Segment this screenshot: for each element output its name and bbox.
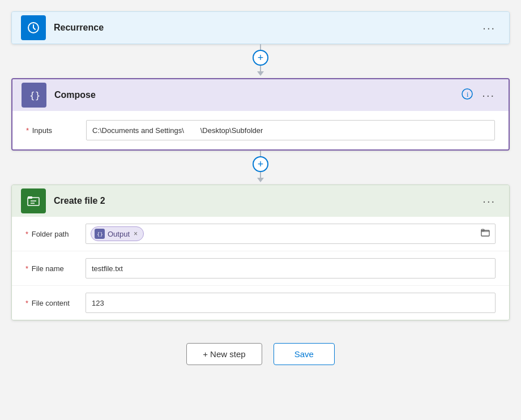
recurrence-icon-box xyxy=(21,15,46,40)
connector-line-1b xyxy=(260,66,261,71)
createfile-icon xyxy=(26,194,41,208)
connector-line-2b xyxy=(260,172,261,178)
folder-path-row: * Folder path {} Output × xyxy=(12,217,509,251)
svg-rect-4 xyxy=(28,198,39,205)
inputs-field-row: * Inputs xyxy=(26,120,495,140)
svg-text:i: i xyxy=(467,91,469,98)
add-step-button-2[interactable]: + xyxy=(253,156,268,172)
file-content-row: * File content xyxy=(12,286,509,320)
createfile-body: * Folder path {} Output × xyxy=(12,217,509,320)
file-content-required-star: * xyxy=(25,299,28,307)
token-label: Output xyxy=(108,230,130,238)
folder-path-input-area[interactable]: {} Output × xyxy=(86,224,496,244)
connector-1: + xyxy=(253,44,268,78)
file-name-required-star: * xyxy=(25,264,28,273)
recurrence-block: Recurrence ··· xyxy=(11,11,510,44)
save-button[interactable]: Save xyxy=(274,343,335,365)
svg-text:{}: {} xyxy=(29,90,40,101)
createfile-block: Create file 2 ··· * Folder path {} xyxy=(11,185,510,320)
compose-info-button[interactable]: i xyxy=(462,88,473,102)
new-step-button[interactable]: + New step xyxy=(186,343,262,365)
createfile-title: Create file 2 xyxy=(54,196,478,206)
recurrence-title: Recurrence xyxy=(54,23,478,33)
svg-rect-5 xyxy=(28,196,32,199)
token-close-button[interactable]: × xyxy=(134,230,138,238)
folder-path-required-star: * xyxy=(25,230,28,238)
connector-2: + xyxy=(253,151,268,185)
compose-body: * Inputs xyxy=(12,111,509,149)
inputs-field[interactable] xyxy=(86,120,495,140)
inputs-label: * Inputs xyxy=(26,126,77,135)
svg-text:{}: {} xyxy=(97,232,103,237)
createfile-more-button[interactable]: ··· xyxy=(478,192,500,210)
bottom-actions: + New step Save xyxy=(186,343,335,365)
recurrence-more-button[interactable]: ··· xyxy=(478,19,500,37)
connector-arrow-1 xyxy=(257,71,264,76)
inputs-required-star: * xyxy=(26,126,29,135)
clock-icon xyxy=(27,21,40,35)
connector-line-2 xyxy=(260,151,261,156)
folder-browse-button[interactable] xyxy=(480,228,490,241)
compose-header: {} Compose i ··· xyxy=(12,79,509,111)
connector-arrow-2 xyxy=(257,178,264,182)
workflow-canvas: Recurrence ··· + {} Compose i xyxy=(0,0,521,420)
file-name-field[interactable] xyxy=(86,258,496,278)
file-content-label: * File content xyxy=(25,299,76,307)
compose-title: Compose xyxy=(54,90,462,100)
file-name-row: * File name xyxy=(12,251,509,286)
add-step-button-1[interactable]: + xyxy=(253,50,268,66)
output-token-chip: {} Output × xyxy=(91,226,144,241)
recurrence-header: Recurrence ··· xyxy=(12,12,509,44)
createfile-icon-box xyxy=(21,188,46,213)
connector-line-1 xyxy=(260,44,261,50)
compose-icon-box: {} xyxy=(22,83,46,108)
file-name-label: * File name xyxy=(25,264,76,273)
compose-more-button[interactable]: ··· xyxy=(477,87,499,104)
compose-icon: {} xyxy=(27,88,41,102)
file-content-field[interactable] xyxy=(86,293,496,313)
token-compose-icon: {} xyxy=(95,229,105,239)
folder-path-label: * Folder path xyxy=(25,230,76,238)
createfile-header: Create file 2 ··· xyxy=(12,185,509,217)
compose-block: {} Compose i ··· * Inputs xyxy=(11,78,510,151)
